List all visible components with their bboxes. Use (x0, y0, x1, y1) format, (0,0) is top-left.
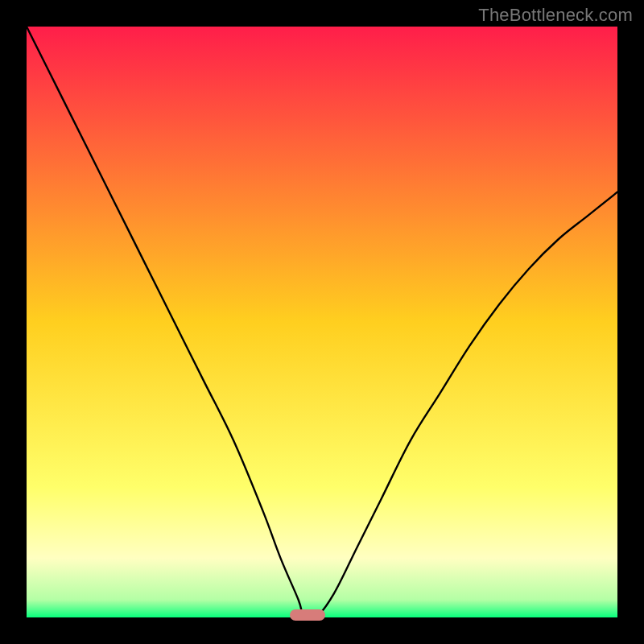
plot-svg (27, 27, 617, 617)
result-marker (290, 609, 325, 621)
chart-frame: TheBottleneck.com (0, 0, 644, 644)
plot-area (27, 27, 617, 617)
plot-background (27, 27, 617, 617)
watermark-text: TheBottleneck.com (478, 5, 633, 26)
